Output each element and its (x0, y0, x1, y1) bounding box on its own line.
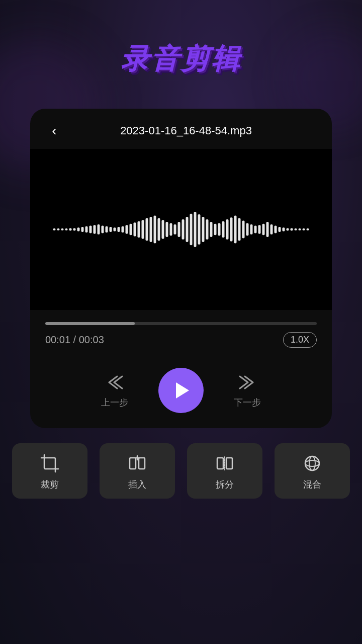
svg-rect-2 (61, 228, 64, 230)
split-icon (215, 453, 235, 473)
play-button[interactable] (158, 368, 204, 413)
svg-rect-50 (254, 226, 257, 233)
svg-rect-25 (154, 216, 156, 244)
svg-rect-69 (130, 458, 136, 469)
svg-rect-9 (89, 226, 92, 233)
next-icon (235, 372, 260, 392)
svg-rect-64 (44, 458, 55, 469)
svg-point-78 (305, 460, 319, 466)
svg-rect-42 (222, 221, 225, 238)
svg-rect-29 (170, 223, 172, 236)
file-name-label: 2023-01-16_16-48-54.mp3 (73, 124, 299, 137)
svg-rect-12 (102, 226, 104, 233)
svg-rect-4 (69, 228, 72, 231)
svg-rect-27 (162, 220, 164, 239)
svg-rect-36 (198, 214, 201, 245)
svg-rect-14 (110, 227, 112, 232)
svg-rect-60 (295, 228, 297, 230)
svg-rect-45 (234, 216, 237, 244)
svg-rect-58 (287, 228, 289, 231)
svg-rect-11 (98, 224, 100, 234)
svg-rect-0 (53, 228, 56, 230)
svg-rect-1 (57, 228, 60, 230)
bottom-toolbar: 裁剪 插入 拆分 (0, 433, 362, 514)
split-label: 拆分 (216, 478, 234, 491)
time-display: 00:01 / 00:03 (45, 334, 104, 346)
svg-rect-38 (206, 219, 209, 239)
svg-rect-6 (77, 227, 80, 231)
svg-rect-23 (146, 218, 148, 241)
svg-rect-35 (194, 212, 197, 247)
play-icon (176, 382, 189, 398)
svg-rect-13 (106, 226, 108, 233)
svg-rect-5 (73, 228, 76, 231)
svg-rect-49 (250, 224, 253, 234)
prev-label: 上一步 (101, 396, 128, 409)
svg-rect-55 (275, 226, 277, 233)
next-label: 下一步 (234, 396, 261, 409)
svg-rect-41 (218, 223, 221, 236)
toolbar-mix-button[interactable]: 混合 (275, 443, 350, 499)
svg-rect-16 (118, 227, 120, 232)
svg-rect-57 (283, 227, 285, 231)
svg-rect-33 (186, 217, 189, 242)
svg-rect-21 (138, 221, 140, 238)
svg-rect-24 (150, 217, 152, 242)
svg-rect-59 (291, 228, 293, 231)
svg-rect-74 (226, 458, 232, 469)
speed-badge[interactable]: 1.0X (283, 332, 317, 348)
svg-rect-18 (126, 225, 128, 234)
svg-rect-8 (85, 226, 88, 233)
svg-rect-53 (266, 222, 269, 237)
card-header: ‹ 2023-01-16_16-48-54.mp3 (30, 109, 332, 149)
toolbar-split-button[interactable]: 拆分 (187, 443, 262, 499)
controls-row: 上一步 下一步 (30, 358, 332, 428)
page-title: 录音剪辑 (121, 40, 241, 78)
insert-icon (127, 453, 147, 473)
waveform-area (30, 149, 332, 310)
svg-rect-22 (142, 220, 144, 239)
svg-rect-34 (190, 214, 193, 246)
svg-rect-7 (81, 227, 84, 232)
svg-rect-10 (94, 225, 96, 234)
progress-container (30, 310, 332, 325)
svg-rect-17 (122, 226, 124, 233)
back-button[interactable]: ‹ (45, 123, 63, 139)
svg-rect-48 (246, 223, 249, 236)
svg-rect-61 (299, 228, 301, 230)
svg-rect-15 (114, 227, 116, 231)
svg-rect-19 (130, 224, 132, 235)
svg-rect-63 (307, 228, 309, 230)
waveform-visualization (40, 209, 322, 250)
mix-label: 混合 (303, 478, 321, 491)
svg-rect-62 (303, 228, 305, 230)
svg-rect-28 (166, 222, 168, 237)
svg-point-77 (309, 456, 315, 470)
mix-icon (302, 453, 322, 473)
svg-rect-56 (279, 227, 281, 232)
toolbar-crop-button[interactable]: 裁剪 (12, 443, 87, 499)
svg-rect-30 (174, 224, 176, 234)
prev-button[interactable]: 上一步 (101, 372, 128, 409)
svg-rect-44 (230, 217, 233, 242)
svg-rect-43 (226, 219, 229, 239)
main-content: 录音剪辑 ‹ 2023-01-16_16-48-54.mp3 00:01 / 0… (0, 0, 362, 644)
player-card: ‹ 2023-01-16_16-48-54.mp3 00:01 / 00:03 … (30, 109, 332, 428)
svg-rect-73 (217, 458, 223, 469)
prev-icon (102, 372, 127, 392)
svg-rect-70 (139, 458, 145, 469)
svg-rect-46 (238, 218, 241, 241)
svg-rect-40 (214, 224, 217, 235)
svg-rect-31 (178, 222, 180, 237)
svg-rect-51 (258, 225, 261, 234)
toolbar-insert-button[interactable]: 插入 (100, 443, 175, 499)
svg-rect-39 (210, 222, 213, 237)
svg-point-76 (305, 456, 319, 470)
insert-label: 插入 (128, 478, 146, 491)
crop-label: 裁剪 (41, 478, 59, 491)
crop-icon (40, 453, 60, 473)
svg-rect-54 (270, 224, 273, 234)
svg-rect-20 (134, 222, 136, 236)
svg-rect-3 (65, 228, 68, 230)
next-button[interactable]: 下一步 (234, 372, 261, 409)
